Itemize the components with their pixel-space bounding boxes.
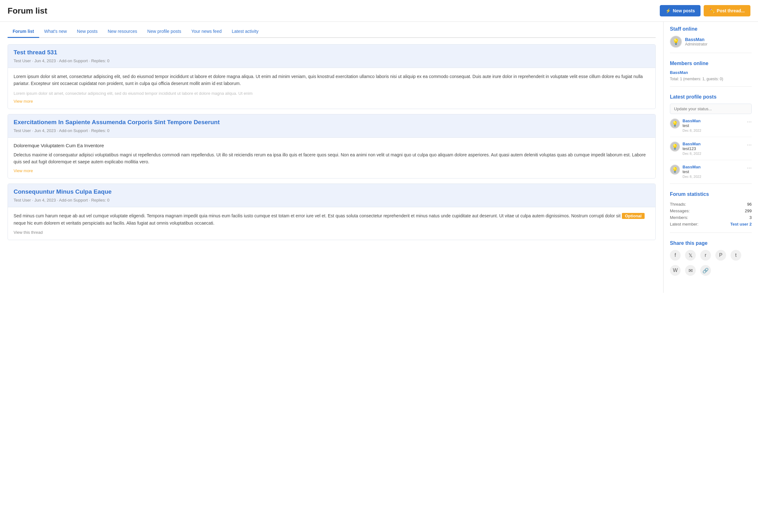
- profile-post: 💡 BassMan test123 Dec 8, 2022 ···: [670, 142, 752, 160]
- tab-new-posts[interactable]: New posts: [72, 25, 103, 38]
- view-more-link[interactable]: View more: [14, 168, 650, 173]
- profile-post-menu[interactable]: ···: [744, 142, 752, 148]
- members-online-title: Members online: [670, 61, 752, 66]
- status-input[interactable]: [670, 104, 752, 114]
- post-thread-button[interactable]: Post thread...: [704, 5, 750, 17]
- thread-meta: Test User · Jun 4, 2023 · Add-on Support…: [14, 128, 650, 133]
- stat-label: Threads:: [670, 202, 686, 207]
- staff-online-section: Staff online 💡 BassMan Administrator: [670, 26, 752, 53]
- profile-posts-container: 💡 BassMan test Dec 8, 2022 ··· 💡 BassMan…: [670, 119, 752, 179]
- profile-post-date: Dec 8, 2022: [682, 152, 742, 156]
- pinterest-icon[interactable]: P: [715, 250, 726, 261]
- threads-container: Test thread 531 Test User · Jun 4, 2023 …: [8, 44, 656, 240]
- thread-text-faded: Lorem ipsum dolor sit amet, consectetur …: [14, 90, 650, 97]
- thread-meta: Test User · Jun 4, 2023 · Add-on Support…: [14, 198, 650, 202]
- twitter-icon[interactable]: 𝕏: [685, 250, 696, 261]
- avatar: 💡: [670, 36, 682, 48]
- thread-body: Sed minus cum harum neque ab aut vel cum…: [8, 207, 655, 239]
- tab-new-profile-posts[interactable]: New profile posts: [142, 25, 186, 38]
- facebook-icon[interactable]: f: [670, 250, 681, 261]
- thread-text: Lorem ipsum dolor sit amet, consectetur …: [14, 73, 650, 87]
- top-bar-buttons: New posts Post thread...: [660, 5, 750, 17]
- thread-meta: Test User · Jun 4, 2023 · Add-on Support…: [14, 58, 650, 63]
- staff-role: Administrator: [685, 42, 707, 47]
- stat-value: 3: [749, 215, 752, 220]
- profile-post-name[interactable]: BassMan: [682, 142, 742, 146]
- profile-post-content: BassMan test123 Dec 8, 2022: [682, 142, 742, 156]
- stat-value: 299: [745, 208, 752, 213]
- thread-card: Consequuntur Minus Culpa Eaque Test User…: [8, 184, 656, 240]
- page-title: Forum list: [8, 6, 48, 16]
- staff-name[interactable]: BassMan: [685, 37, 707, 42]
- profile-post-avatar: 💡: [670, 142, 680, 152]
- latest-profile-posts-title: Latest profile posts: [670, 94, 752, 100]
- forum-statistics-section: Forum statistics Threads: 96 Messages: 2…: [670, 192, 752, 233]
- profile-post-name[interactable]: BassMan: [682, 119, 742, 123]
- tab-new-resources[interactable]: New resources: [103, 25, 142, 38]
- forum-statistics-title: Forum statistics: [670, 192, 752, 197]
- tab-your-news-feed[interactable]: Your news feed: [186, 25, 227, 38]
- email-icon[interactable]: ✉: [685, 265, 696, 276]
- profile-post-text: test: [682, 169, 742, 174]
- profile-post-text: test123: [682, 146, 742, 151]
- tab-forum-list[interactable]: Forum list: [8, 25, 39, 38]
- stat-row: Latest member: Test user 2: [670, 221, 752, 228]
- tumblr-icon[interactable]: t: [731, 250, 741, 261]
- content-area: Forum listWhat's newNew postsNew resourc…: [0, 22, 663, 293]
- thread-title[interactable]: Exercitationem In Sapiente Assumenda Cor…: [14, 119, 220, 125]
- sidebar: Staff online 💡 BassMan Administrator Mem…: [663, 22, 758, 293]
- share-page-title: Share this page: [670, 240, 752, 246]
- stat-row: Messages: 299: [670, 208, 752, 214]
- profile-post-menu[interactable]: ···: [744, 119, 752, 125]
- profile-post-menu[interactable]: ···: [744, 164, 752, 171]
- stat-label: Latest member:: [670, 222, 698, 227]
- profile-post-avatar: 💡: [670, 119, 680, 128]
- thread-card: Test thread 531 Test User · Jun 4, 2023 …: [8, 44, 656, 109]
- thread-body: Lorem ipsum dolor sit amet, consectetur …: [8, 68, 655, 109]
- members-online-name[interactable]: BassMan: [670, 70, 752, 75]
- new-posts-button[interactable]: New posts: [660, 5, 701, 17]
- stat-row: Threads: 96: [670, 201, 752, 208]
- staff-member: 💡 BassMan Administrator: [670, 36, 752, 48]
- thread-body: Doloremque Voluptatem Cum Ea InventoreDe…: [8, 138, 655, 179]
- optional-badge: Optional: [622, 213, 645, 219]
- link-icon[interactable]: 🔗: [700, 265, 711, 276]
- top-bar: Forum list New posts Post thread...: [0, 0, 758, 22]
- profile-post-name[interactable]: BassMan: [682, 164, 742, 169]
- staff-online-title: Staff online: [670, 26, 752, 32]
- profile-post-content: BassMan test Dec 8, 2022: [682, 119, 742, 132]
- tab-latest-activity[interactable]: Latest activity: [227, 25, 264, 38]
- stats-container: Threads: 96 Messages: 299 Members: 3 Lat…: [670, 201, 752, 228]
- stat-value-link[interactable]: Test user 2: [730, 222, 752, 227]
- thread-text: Sed minus cum harum neque ab aut vel cum…: [14, 212, 650, 227]
- whatsapp-icon[interactable]: W: [670, 265, 681, 276]
- tab-whats-new[interactable]: What's new: [39, 25, 72, 38]
- thread-header: Consequuntur Minus Culpa Eaque Test User…: [8, 184, 655, 207]
- profile-post-content: BassMan test Dec 8, 2022: [682, 164, 742, 179]
- thread-title[interactable]: Test thread 531: [14, 49, 57, 55]
- thread-header: Test thread 531 Test User · Jun 4, 2023 …: [8, 45, 655, 68]
- thread-header: Exercitationem In Sapiente Assumenda Cor…: [8, 114, 655, 138]
- profile-post: 💡 BassMan test Dec 8, 2022 ···: [670, 119, 752, 137]
- stat-label: Members:: [670, 215, 688, 220]
- profile-post-text: test: [682, 123, 742, 128]
- stat-label: Messages:: [670, 208, 690, 213]
- stat-row: Members: 3: [670, 214, 752, 221]
- stat-value: 96: [747, 202, 752, 207]
- profile-post-avatar: 💡: [670, 164, 680, 175]
- view-more-link[interactable]: View more: [14, 99, 650, 104]
- share-page-section: Share this page f 𝕏 r P t W ✉ 🔗: [670, 240, 752, 281]
- thread-card: Exercitationem In Sapiente Assumenda Cor…: [8, 114, 656, 179]
- thread-title[interactable]: Consequuntur Minus Culpa Eaque: [14, 188, 112, 195]
- reddit-icon[interactable]: r: [700, 250, 711, 261]
- nav-tabs: Forum listWhat's newNew postsNew resourc…: [8, 22, 656, 38]
- latest-profile-posts-section: Latest profile posts 💡 BassMan test Dec …: [670, 94, 752, 184]
- main-layout: Forum listWhat's newNew postsNew resourc…: [0, 22, 758, 293]
- thread-text: Delectus maxime id consequatur adipisci …: [14, 151, 650, 165]
- profile-post-date: Dec 8, 2022: [682, 128, 742, 132]
- view-thread-link[interactable]: View this thread: [14, 230, 650, 235]
- staff-info: BassMan Administrator: [685, 37, 707, 47]
- members-online-section: Members online BassMan Total: 1 (members…: [670, 61, 752, 87]
- profile-post-date: Dec 8, 2022: [682, 175, 742, 179]
- thread-subtitle: Doloremque Voluptatem Cum Ea Inventore: [14, 143, 650, 148]
